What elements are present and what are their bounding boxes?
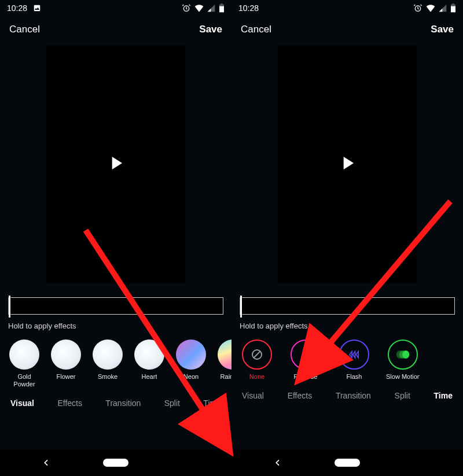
video-preview[interactable]: [278, 45, 417, 283]
none-icon: [250, 348, 264, 361]
system-nav-bar: [232, 449, 463, 476]
effect-label: Reverse: [294, 373, 318, 381]
effect-label: Neon: [183, 373, 199, 381]
effect-flash[interactable]: Flash: [337, 340, 372, 381]
cell-signal-icon: [207, 4, 215, 12]
tab-time[interactable]: Time: [434, 391, 453, 400]
tab-effects[interactable]: Effects: [288, 391, 313, 400]
status-time: 10:28: [7, 3, 27, 13]
effect-label: Heart: [142, 373, 157, 381]
alarm-icon: [182, 3, 191, 13]
image-indicator-icon: [33, 4, 41, 12]
home-button[interactable]: [103, 459, 128, 467]
effects-strip-visual[interactable]: Gold Powder Flower Smoke Heart Neon Rain…: [0, 336, 232, 388]
back-icon[interactable]: [273, 458, 282, 467]
save-button[interactable]: Save: [431, 24, 454, 35]
effect-thumbnail: [176, 340, 206, 370]
tab-visual[interactable]: Visual: [10, 398, 34, 408]
effect-neon[interactable]: Neon: [175, 340, 207, 381]
effect-slow-motion[interactable]: Slow Motion: [385, 340, 420, 381]
effect-label: Gold Powder: [8, 373, 41, 388]
video-preview[interactable]: [46, 45, 185, 283]
effect-label: None: [249, 373, 264, 381]
tab-split[interactable]: Split: [164, 398, 180, 408]
hourglass-icon: [299, 348, 312, 361]
battery-icon: [450, 3, 456, 13]
tab-time[interactable]: Time: [203, 398, 221, 408]
effect-thumbnail: [93, 340, 123, 370]
hold-instruction: Hold to apply effects: [0, 315, 232, 336]
tutorial-image: 10:28 Canc: [0, 0, 463, 476]
svg-rect-2: [221, 3, 222, 5]
effect-smoke[interactable]: Smoke: [91, 340, 124, 381]
play-icon[interactable]: [336, 152, 358, 176]
effect-rainbow[interactable]: Rainbow: [216, 340, 232, 381]
effect-thumbnail: [9, 340, 39, 370]
cell-signal-icon: [439, 4, 447, 12]
effect-none[interactable]: None: [240, 340, 274, 381]
video-preview-area: [232, 43, 463, 283]
effect-thumbnail: [134, 340, 164, 370]
effect-flower[interactable]: Flower: [50, 340, 82, 381]
effect-ring: [388, 340, 418, 370]
back-icon[interactable]: [42, 458, 51, 467]
cancel-button[interactable]: Cancel: [241, 24, 271, 35]
home-button[interactable]: [335, 459, 360, 467]
screen-right-time-effects: 10:28 Cancel Save: [232, 0, 463, 476]
timeline[interactable]: [240, 297, 455, 315]
effect-ring: [339, 340, 369, 370]
play-icon[interactable]: [105, 152, 127, 176]
effect-ring: [242, 340, 272, 370]
wifi-icon: [194, 4, 204, 12]
screen-left-visual-effects: 10:28 Canc: [0, 0, 232, 476]
svg-point-11: [402, 350, 409, 359]
effects-strip-time[interactable]: None Reverse Flash: [232, 336, 463, 381]
effect-label: Flower: [56, 373, 75, 381]
effect-category-tabs: Visual Effects Transition Split Time: [232, 381, 463, 400]
effect-ring: [291, 340, 321, 370]
status-bar: 10:28: [0, 0, 232, 16]
timeline-handle[interactable]: [240, 296, 242, 318]
effect-label: Flash: [347, 373, 362, 381]
effect-label: Smoke: [98, 373, 117, 381]
wifi-icon: [426, 4, 435, 12]
effect-thumbnail: [218, 340, 232, 370]
effect-label: Slow Motion: [386, 373, 420, 381]
tab-split[interactable]: Split: [395, 391, 410, 400]
video-preview-area: [0, 43, 232, 283]
effect-heart[interactable]: Heart: [133, 340, 166, 381]
svg-rect-3: [219, 6, 224, 12]
flash-icon: [347, 349, 361, 360]
app-header: Cancel Save: [0, 16, 232, 43]
effect-gold-powder[interactable]: Gold Powder: [8, 340, 41, 388]
cancel-button[interactable]: Cancel: [9, 24, 40, 35]
battery-icon: [219, 3, 225, 13]
status-time: 10:28: [238, 3, 259, 13]
system-nav-bar: [0, 449, 232, 476]
effect-thumbnail: [51, 340, 81, 370]
timeline-handle[interactable]: [9, 296, 10, 318]
alarm-icon: [413, 3, 422, 13]
timeline[interactable]: [8, 297, 223, 315]
effect-category-tabs: Visual Effects Transition Split Time: [0, 388, 232, 408]
effect-label: Rainbow: [221, 373, 232, 381]
hold-instruction: Hold to apply effects: [232, 315, 463, 336]
svg-rect-6: [452, 3, 454, 5]
tab-visual[interactable]: Visual: [242, 391, 264, 400]
app-header: Cancel Save: [232, 16, 463, 43]
svg-rect-7: [451, 6, 455, 12]
tab-transition[interactable]: Transition: [105, 398, 141, 408]
slow-motion-icon: [395, 349, 410, 360]
effect-reverse[interactable]: Reverse: [288, 340, 323, 381]
tab-effects[interactable]: Effects: [57, 398, 82, 408]
tab-transition[interactable]: Transition: [336, 391, 371, 400]
save-button[interactable]: Save: [199, 24, 222, 35]
status-bar: 10:28: [232, 0, 463, 16]
